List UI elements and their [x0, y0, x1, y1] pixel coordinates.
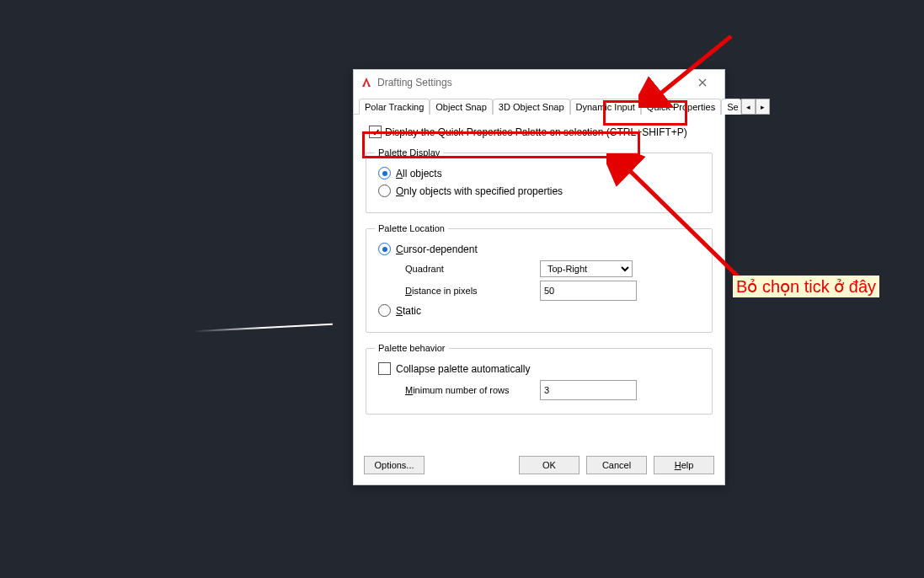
static-row: Static: [378, 304, 703, 317]
checkmark-icon: [371, 128, 380, 136]
annotation-text: Bỏ chọn tick ở đây: [733, 276, 879, 297]
collapse-row: Collapse palette automatically: [378, 362, 703, 375]
palette-location-legend: Palette Location: [375, 223, 448, 233]
static-label: Static: [396, 305, 421, 317]
distance-input[interactable]: [540, 281, 637, 301]
palette-behavior-group: Palette behavior Collapse palette automa…: [366, 343, 713, 415]
quadrant-row: Quadrant Top-Right: [405, 260, 703, 277]
minrows-input[interactable]: [540, 380, 637, 400]
display-quick-properties-checkbox[interactable]: [369, 126, 382, 138]
tab-scroll: ◂ ▸: [741, 98, 770, 114]
close-icon: [698, 78, 707, 87]
distance-label: Distance in pixels: [405, 286, 531, 296]
tab-bar: Polar Tracking Object Snap 3D Object Sna…: [354, 95, 724, 115]
collapse-checkbox[interactable]: [378, 362, 391, 375]
ok-button[interactable]: OK: [519, 456, 580, 474]
close-button[interactable]: [687, 73, 718, 92]
palette-display-group: Palette Display All objects Only objects…: [366, 147, 713, 213]
distance-row: Distance in pixels: [405, 281, 703, 301]
tab-object-snap[interactable]: Object Snap: [430, 99, 493, 115]
display-quick-properties-row: Display the Quick Properties Palette on …: [366, 123, 713, 141]
static-radio[interactable]: [378, 304, 391, 317]
cancel-button[interactable]: Cancel: [586, 456, 647, 474]
cursor-dependent-row: Cursor-dependent: [378, 243, 703, 255]
drafting-settings-dialog: Drafting Settings Polar Tracking Object …: [353, 69, 725, 485]
cursor-dependent-label: Cursor-dependent: [396, 244, 478, 255]
svg-marker-0: [362, 78, 371, 87]
specified-radio[interactable]: [378, 185, 391, 197]
palette-display-legend: Palette Display: [375, 147, 443, 158]
tab-scroll-left[interactable]: ◂: [741, 99, 756, 115]
all-objects-radio[interactable]: [378, 167, 391, 179]
collapse-label: Collapse palette automatically: [396, 363, 530, 375]
help-button[interactable]: Help: [654, 456, 714, 474]
tab-partial[interactable]: Se: [721, 99, 740, 115]
autocad-icon: [361, 77, 372, 88]
tab-polar-tracking[interactable]: Polar Tracking: [359, 99, 430, 115]
tab-3d-object-snap[interactable]: 3D Object Snap: [493, 99, 570, 115]
display-quick-properties-label: Display the Quick Properties Palette on …: [385, 126, 687, 138]
all-objects-row: All objects: [378, 167, 703, 179]
tab-scroll-right[interactable]: ▸: [756, 99, 770, 115]
dialog-title: Drafting Settings: [377, 77, 687, 88]
quadrant-select[interactable]: Top-Right: [540, 260, 633, 277]
specified-row: Only objects with specified properties: [378, 185, 703, 197]
minrows-label: Minimum number of rows: [405, 385, 531, 395]
tab-quick-properties[interactable]: Quick Properties: [641, 99, 721, 115]
dialog-button-row: Options... OK Cancel Help: [354, 449, 724, 484]
dialog-content: Display the Quick Properties Palette on …: [354, 115, 724, 449]
all-objects-label: All objects: [396, 168, 442, 179]
minrows-row: Minimum number of rows: [405, 380, 703, 400]
palette-location-group: Palette Location Cursor-dependent Quadra…: [366, 223, 713, 333]
background-streak: [194, 324, 333, 333]
specified-label: Only objects with specified properties: [396, 185, 563, 197]
options-button[interactable]: Options...: [364, 456, 425, 474]
titlebar: Drafting Settings: [354, 70, 724, 95]
quadrant-label: Quadrant: [405, 264, 531, 274]
palette-behavior-legend: Palette behavior: [375, 343, 449, 353]
cursor-dependent-radio[interactable]: [378, 243, 391, 255]
tab-dynamic-input[interactable]: Dynamic Input: [570, 99, 641, 115]
